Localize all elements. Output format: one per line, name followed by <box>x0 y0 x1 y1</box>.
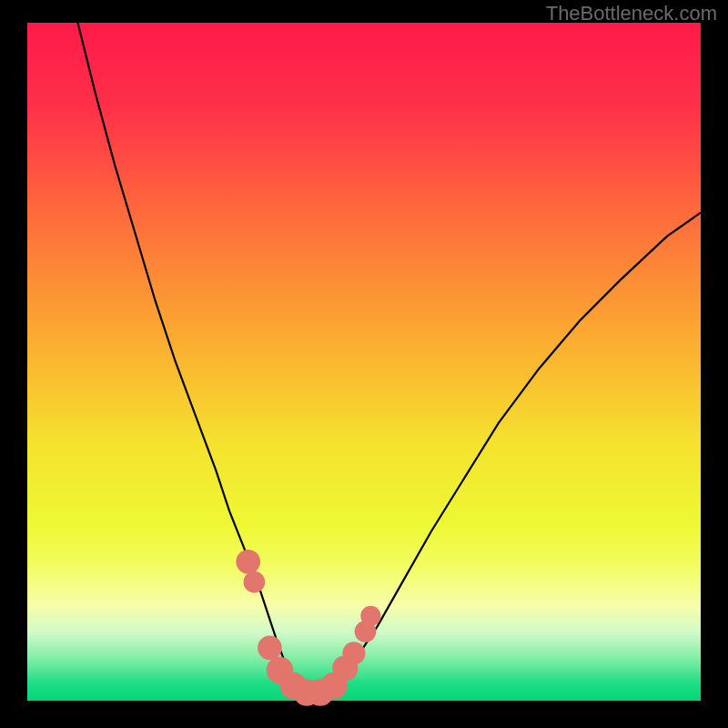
bottleneck-chart <box>0 0 728 728</box>
marker-dot <box>244 571 266 593</box>
marker-dot <box>360 606 380 626</box>
marker-dot <box>258 636 282 661</box>
watermark-text: TheBottleneck.com <box>546 2 717 25</box>
plot-background <box>27 23 701 701</box>
marker-dot <box>236 550 260 574</box>
marker-dot <box>342 642 365 664</box>
chart-container: TheBottleneck.com <box>0 0 728 728</box>
